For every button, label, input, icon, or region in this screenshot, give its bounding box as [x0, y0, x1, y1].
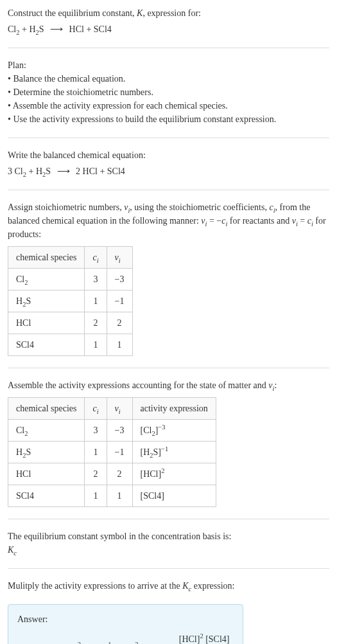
plan-item: Balance the chemical equation. [8, 72, 329, 85]
divider [8, 138, 329, 138]
cell-nu: 1 [107, 485, 132, 507]
cell-nu: 2 [107, 463, 132, 485]
balanced-r2-tail: S [46, 166, 51, 176]
intro-plus: + [19, 24, 29, 34]
cell-species: SCl4 [8, 485, 85, 507]
symbol-section: The equilibrium constant symbol in the c… [8, 530, 329, 557]
answer-lhs: Kc [37, 641, 46, 644]
cell-c: 1 [85, 334, 107, 356]
c-sub: i [97, 408, 99, 415]
answer-term: [H2S]−1 [83, 641, 112, 644]
plan-item: Use the activity expressions to build th… [8, 112, 329, 126]
header-species: chemical species [8, 247, 85, 269]
activity-section: Assemble the activity expressions accoun… [8, 379, 329, 507]
plan-title: Plan: [8, 58, 329, 72]
symbol-kc: Kc [8, 543, 329, 557]
table-row: SCl4 1 1 [SCl4] [8, 485, 216, 507]
table-row: Cl2 3 −3 [8, 269, 133, 291]
k-symbol: K [8, 545, 13, 555]
cell-nu: −1 [107, 291, 132, 312]
cell-species: HCl [8, 463, 85, 485]
arrow-icon: ⟶ [50, 24, 63, 34]
cell-activity: [SCl4] [132, 485, 216, 507]
cell-nu: 2 [107, 312, 132, 334]
header-nu: νi [107, 247, 132, 269]
stoich-text: for reactants and [227, 216, 291, 226]
balanced-plus: + [26, 166, 36, 176]
intro-r1: Cl [8, 24, 16, 34]
cell-species: H2S [8, 442, 85, 463]
balanced-title: Write the balanced chemical equation: [8, 148, 329, 162]
table-row: H2S 1 −1 [H2S]−1 [8, 442, 216, 463]
balanced-section: Write the balanced chemical equation: 3 … [8, 148, 329, 178]
plan-list: Balance the chemical equation. Determine… [8, 72, 329, 126]
stoich-text: , using the stoichiometric coefficients, [130, 202, 269, 212]
divider [8, 519, 329, 519]
cell-activity: [Cl2]−3 [132, 420, 216, 442]
table-header-row: chemical species ci νi activity expressi… [8, 398, 216, 420]
balanced-r1-coef: 3 [8, 166, 15, 176]
stoich-text: Assign stoichiometric numbers, [8, 202, 124, 212]
multiply-text: expression: [191, 581, 234, 591]
eq-text: = − [207, 216, 221, 226]
cell-c: 2 [85, 312, 107, 334]
activity-intro: Assemble the activity expressions accoun… [8, 379, 329, 392]
stoich-table: chemical species ci νi Cl2 3 −3 H2S 1 −1… [8, 246, 133, 356]
cell-nu: −1 [107, 442, 132, 463]
symbol-intro: The equilibrium constant symbol in the c… [8, 530, 329, 543]
cell-c: 1 [85, 442, 107, 463]
divider [8, 190, 329, 190]
cell-activity: [H2S]−1 [132, 442, 216, 463]
k-symbol: K [182, 581, 188, 591]
cell-species: H2S [8, 291, 85, 312]
table-row: H2S 1 −1 [8, 291, 133, 312]
cell-species: Cl2 [8, 269, 85, 291]
cell-species: SCl4 [8, 334, 85, 356]
stoich-section: Assign stoichiometric numbers, νi, using… [8, 201, 329, 356]
intro-title: Construct the equilibrium constant, K, e… [8, 6, 329, 20]
answer-equation: Kc = [Cl2]−3 [H2S]−1 [HCl]2 [SCl4] = [HC… [37, 632, 234, 644]
balanced-reaction: 3 Cl2 + H2S ⟶ 2 HCl + SCl4 [8, 165, 329, 178]
stoich-intro: Assign stoichiometric numbers, νi, using… [8, 201, 329, 241]
header-activity: activity expression [132, 398, 216, 420]
divider [8, 368, 329, 368]
divider [8, 568, 329, 569]
nu-sub: i [119, 408, 121, 415]
cell-activity: [HCl]2 [132, 463, 216, 485]
cell-nu: −3 [107, 269, 132, 291]
balanced-p1-coef: 2 [76, 166, 83, 176]
cell-c: 3 [85, 420, 107, 442]
plan-section: Plan: Balance the chemical equation. Det… [8, 58, 329, 126]
intro-r2: H [29, 24, 35, 34]
balanced-r2: H [36, 166, 42, 176]
cell-species: Cl2 [8, 420, 85, 442]
nu-sub: i [119, 257, 121, 264]
k-sub: c [13, 550, 17, 557]
table-row: SCl4 1 1 [8, 334, 133, 356]
header-c: ci [85, 398, 107, 420]
cell-c: 1 [85, 291, 107, 312]
intro-p1: HCl + SCl4 [69, 24, 112, 34]
answer-term: [Cl2]−3 [56, 641, 81, 644]
table-header-row: chemical species ci νi [8, 247, 133, 269]
activity-table: chemical species ci νi activity expressi… [8, 397, 216, 507]
eq-text: = [298, 216, 307, 226]
intro-title-suffix: , expression for: [143, 8, 201, 18]
multiply-section: Mulitply the activity expressions to arr… [8, 579, 329, 593]
intro-reaction: Cl2 + H2S ⟶ HCl + SCl4 [8, 22, 329, 36]
header-nu: νi [107, 398, 132, 420]
answer-term: [SCl4] [141, 641, 164, 644]
cell-c: 2 [85, 463, 107, 485]
balanced-p1: HCl + SCl4 [83, 166, 125, 176]
header-species: chemical species [8, 398, 85, 420]
cell-c: 1 [85, 485, 107, 507]
fraction-numerator: [HCl]2 [SCl4] [177, 632, 232, 644]
intro-title-prefix: Construct the equilibrium constant, [8, 8, 137, 18]
equals: = [48, 641, 53, 644]
cell-c: 3 [85, 269, 107, 291]
answer-box: Answer: Kc = [Cl2]−3 [H2S]−1 [HCl]2 [SCl… [8, 604, 243, 644]
plan-item: Assemble the activity expression for eac… [8, 99, 329, 112]
arrow-icon: ⟶ [57, 166, 70, 176]
table-row: HCl 2 2 [8, 312, 133, 334]
plan-item: Determine the stoichiometric numbers. [8, 85, 329, 99]
